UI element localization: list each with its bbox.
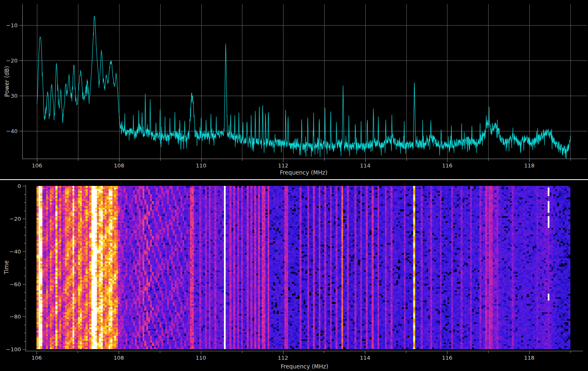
spectrum-x-tick bbox=[365, 159, 366, 162]
waterfall-y-minor-tick bbox=[24, 333, 26, 333]
waterfall-x-tick bbox=[119, 351, 119, 354]
power-spectrum-chart: 106108110112114116118−10−20−30−40 Power … bbox=[0, 0, 588, 179]
waterfall-x-tick-label: 106 bbox=[31, 355, 42, 361]
spectrum-x-tick-label: 110 bbox=[196, 162, 206, 169]
spectrum-y-axis-label: Power (dB) bbox=[3, 66, 10, 97]
waterfall-x-tick bbox=[78, 351, 78, 353]
spectrum-x-tick bbox=[447, 159, 448, 162]
waterfall-x-tick bbox=[447, 351, 448, 354]
waterfall-y-tick bbox=[23, 284, 26, 285]
waterfall-y-minor-tick bbox=[24, 292, 26, 293]
waterfall-x-tick bbox=[160, 351, 160, 353]
waterfall-bottom-spine bbox=[26, 351, 583, 351]
waterfall-x-tick bbox=[488, 351, 489, 353]
spectrum-x-tick bbox=[37, 159, 37, 162]
spectrum-y-tick bbox=[19, 25, 22, 26]
waterfall-left-spine bbox=[26, 185, 26, 351]
spectrum-x-tick bbox=[201, 159, 202, 162]
spectrum-y-tick-label: −40 bbox=[5, 128, 18, 134]
waterfall-y-minor-tick bbox=[24, 202, 26, 203]
waterfall-y-tick bbox=[23, 251, 26, 252]
waterfall-y-tick bbox=[23, 186, 26, 186]
waterfall-y-minor-tick bbox=[24, 300, 26, 300]
waterfall-x-tick-label: 110 bbox=[195, 355, 206, 361]
spectrum-y-tick-label: −10 bbox=[5, 22, 18, 29]
waterfall-x-tick bbox=[36, 351, 37, 354]
spectrum-x-tick bbox=[488, 159, 489, 161]
waterfall-x-tick bbox=[529, 351, 530, 354]
waterfall-y-minor-tick bbox=[24, 341, 26, 342]
spectrum-y-tick bbox=[19, 131, 22, 131]
waterfall-x-tick-label: 108 bbox=[114, 355, 124, 361]
waterfall-y-tick-label: −40 bbox=[6, 248, 21, 254]
spectrum-x-tick bbox=[119, 159, 120, 162]
waterfall-y-tick-label: −60 bbox=[6, 281, 21, 287]
waterfall-y-minor-tick bbox=[24, 276, 26, 276]
waterfall-x-tick bbox=[570, 351, 571, 353]
waterfall-y-minor-tick bbox=[24, 268, 26, 268]
spectrum-x-tick bbox=[529, 159, 530, 162]
waterfall-x-tick-label: 118 bbox=[524, 355, 534, 361]
spectrum-x-tick bbox=[570, 159, 571, 161]
waterfall-x-tick bbox=[242, 351, 242, 353]
waterfall-y-minor-tick bbox=[24, 235, 26, 235]
waterfall-y-tick bbox=[23, 316, 26, 317]
spectrum-x-tick-label: 118 bbox=[524, 162, 535, 169]
waterfall-spectrogram-chart: 1061081101121141161180−20−40−60−80−100 T… bbox=[0, 180, 588, 371]
spectrum-x-tick bbox=[78, 159, 78, 161]
waterfall-y-minor-tick bbox=[24, 211, 26, 211]
waterfall-y-minor-tick bbox=[24, 325, 26, 325]
waterfall-y-tick-label: −20 bbox=[6, 216, 21, 222]
waterfall-x-tick-label: 114 bbox=[360, 355, 370, 361]
spectrum-x-tick-label: 108 bbox=[114, 162, 124, 169]
waterfall-y-minor-tick bbox=[24, 243, 26, 243]
waterfall-y-tick bbox=[23, 349, 26, 350]
waterfall-y-tick-label: −100 bbox=[6, 346, 21, 353]
waterfall-x-tick bbox=[201, 351, 201, 354]
spectrum-y-tick bbox=[19, 60, 22, 61]
spectrum-x-tick-label: 106 bbox=[32, 162, 42, 169]
spectrum-x-tick bbox=[160, 159, 161, 161]
waterfall-x-tick-label: 116 bbox=[442, 355, 453, 361]
spectrum-x-tick bbox=[324, 159, 325, 161]
spectrum-x-tick-label: 112 bbox=[278, 162, 289, 169]
waterfall-x-tick bbox=[365, 351, 365, 354]
spectrum-y-tick bbox=[19, 96, 22, 96]
spectrum-x-tick bbox=[242, 159, 242, 161]
spectrum-x-tick bbox=[406, 159, 407, 161]
waterfall-y-minor-tick bbox=[24, 259, 26, 260]
waterfall-y-minor-tick bbox=[24, 308, 26, 309]
waterfall-y-tick bbox=[23, 219, 26, 219]
spectrum-analyzer-app: { "window": {"width": 1402, "height": 88… bbox=[0, 0, 588, 371]
spectrum-x-tick bbox=[283, 159, 284, 162]
waterfall-y-tick-label: −80 bbox=[6, 314, 21, 320]
spectrum-x-tick-label: 114 bbox=[360, 162, 370, 169]
waterfall-y-axis-label: Time bbox=[3, 260, 10, 274]
spectrum-line-canvas bbox=[23, 4, 587, 159]
spectrum-bottom-spine bbox=[22, 159, 587, 159]
waterfall-x-tick bbox=[324, 351, 324, 353]
waterfall-x-tick-label: 112 bbox=[278, 355, 288, 361]
spectrum-left-spine bbox=[22, 4, 23, 159]
waterfall-x-axis-label: Frequency (MHz) bbox=[281, 363, 328, 370]
waterfall-y-minor-tick bbox=[24, 227, 26, 227]
spectrum-y-tick-label: −20 bbox=[5, 57, 18, 64]
spectrum-x-axis-label: Frequency (MHz) bbox=[280, 169, 327, 176]
waterfall-heatmap-canvas bbox=[36, 186, 570, 349]
waterfall-y-tick-label: 0 bbox=[6, 183, 21, 189]
waterfall-x-tick bbox=[406, 351, 406, 353]
spectrum-x-tick-label: 116 bbox=[442, 162, 453, 169]
waterfall-x-tick bbox=[283, 351, 284, 354]
waterfall-y-minor-tick bbox=[24, 194, 26, 195]
